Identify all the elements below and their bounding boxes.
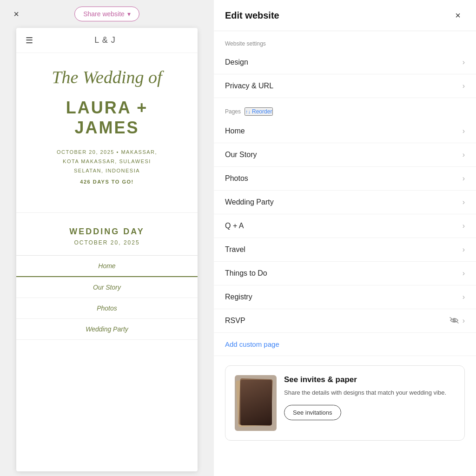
website-settings-label: Website settings xyxy=(214,31,476,51)
wedding-day-section: WEDDING DAY OCTOBER 20, 2025 xyxy=(16,212,198,255)
add-custom-page-button[interactable]: Add custom page xyxy=(214,333,476,356)
share-website-button[interactable]: Share website ▾ xyxy=(74,7,139,21)
hamburger-icon: ☰ xyxy=(26,36,33,45)
page-photos-item[interactable]: Photos › xyxy=(214,167,476,191)
website-footer-nav: Home Our Story Photos Wedding Party xyxy=(16,255,198,340)
page-home-item[interactable]: Home › xyxy=(214,119,476,143)
page-rsvp-chevron-icon: › xyxy=(463,317,465,325)
page-rsvp-item[interactable]: RSVP › xyxy=(214,309,476,333)
couple-names: LAURA + JAMES xyxy=(26,98,188,138)
edit-website-title: Edit website xyxy=(225,10,279,21)
couple-names-line2: JAMES xyxy=(26,118,188,138)
footer-nav-home[interactable]: Home xyxy=(16,256,198,277)
reorder-label: Reorder xyxy=(252,108,272,115)
edit-website-content: Website settings Design › Privacy & URL … xyxy=(214,31,476,450)
promo-image xyxy=(235,375,277,431)
share-button-arrow: ▾ xyxy=(127,10,131,18)
page-home-label: Home xyxy=(225,127,245,135)
footer-nav-photos[interactable]: Photos xyxy=(16,298,198,319)
wedding-script-title: The Wedding of xyxy=(26,67,188,88)
page-things-to-do-chevron-icon: › xyxy=(463,269,465,278)
privacy-url-menu-item[interactable]: Privacy & URL › xyxy=(214,74,476,98)
reorder-arrows-icon: ↑↓ xyxy=(245,109,251,114)
page-wedding-party-chevron-icon: › xyxy=(463,198,465,206)
wedding-day-label: WEDDING DAY xyxy=(26,227,188,237)
wedding-date-location: OCTOBER 20, 2025 • MAKASSAR,KOTA MAKASSA… xyxy=(26,148,188,175)
reorder-button[interactable]: ↑↓ Reorder xyxy=(245,107,273,116)
page-photos-label: Photos xyxy=(225,174,248,183)
page-our-story-item[interactable]: Our Story › xyxy=(214,143,476,167)
promo-content: See invites & paper Share the details wi… xyxy=(284,375,455,420)
promo-title: See invites & paper xyxy=(284,375,455,384)
rsvp-right: › xyxy=(450,317,465,325)
page-rsvp-label: RSVP xyxy=(225,317,245,325)
privacy-url-label: Privacy & URL xyxy=(225,82,273,90)
website-nav: ☰ L & J xyxy=(16,28,198,53)
page-home-chevron-icon: › xyxy=(463,127,465,135)
design-chevron-icon: › xyxy=(463,58,465,66)
page-travel-chevron-icon: › xyxy=(463,245,465,254)
page-qa-label: Q + A xyxy=(225,222,244,230)
page-things-to-do-label: Things to Do xyxy=(225,269,267,278)
edit-website-close-button[interactable]: × xyxy=(451,8,465,22)
page-wedding-party-label: Wedding Party xyxy=(225,198,274,206)
wedding-day-date: OCTOBER 20, 2025 xyxy=(26,239,188,246)
website-preview-card: ☰ L & J The Wedding of LAURA + JAMES OCT… xyxy=(16,28,198,471)
footer-nav-wedding-party[interactable]: Wedding Party xyxy=(16,319,198,340)
edit-website-header: Edit website × xyxy=(214,0,476,31)
page-registry-item[interactable]: Registry › xyxy=(214,285,476,309)
preview-topbar: × Share website ▾ xyxy=(0,0,214,28)
design-menu-item[interactable]: Design › xyxy=(214,51,476,74)
pages-header: Pages ↑↓ Reorder xyxy=(214,98,476,119)
rsvp-hidden-icon xyxy=(450,317,459,325)
pages-label: Pages xyxy=(225,108,241,115)
page-registry-chevron-icon: › xyxy=(463,293,465,301)
couple-names-line1: LAURA + xyxy=(26,98,188,118)
website-logo: L & J xyxy=(94,35,115,45)
page-registry-label: Registry xyxy=(225,293,252,301)
page-photos-chevron-icon: › xyxy=(463,174,465,183)
preview-panel: × Share website ▾ ☰ L & J The Wedding of… xyxy=(0,0,214,476)
page-qa-chevron-icon: › xyxy=(463,222,465,230)
days-to-go: 426 DAYS TO GO! xyxy=(26,179,188,185)
privacy-url-chevron-icon: › xyxy=(463,82,465,90)
see-invitations-button[interactable]: See invitations xyxy=(284,405,341,420)
preview-close-button[interactable]: × xyxy=(9,7,23,21)
promo-description: Share the details with designs that matc… xyxy=(284,388,455,397)
page-things-to-do-item[interactable]: Things to Do › xyxy=(214,262,476,285)
page-qa-item[interactable]: Q + A › xyxy=(214,214,476,238)
design-label: Design xyxy=(225,58,248,66)
promo-card: See invites & paper Share the details wi… xyxy=(225,365,465,441)
website-hero: The Wedding of LAURA + JAMES OCTOBER 20,… xyxy=(16,53,198,208)
page-our-story-chevron-icon: › xyxy=(463,151,465,159)
footer-nav-our-story[interactable]: Our Story xyxy=(16,277,198,298)
page-our-story-label: Our Story xyxy=(225,151,257,159)
share-button-label: Share website xyxy=(83,10,125,18)
page-wedding-party-item[interactable]: Wedding Party › xyxy=(214,191,476,214)
page-travel-label: Travel xyxy=(225,245,245,254)
edit-website-panel: Edit website × Website settings Design ›… xyxy=(214,0,476,476)
page-travel-item[interactable]: Travel › xyxy=(214,238,476,262)
